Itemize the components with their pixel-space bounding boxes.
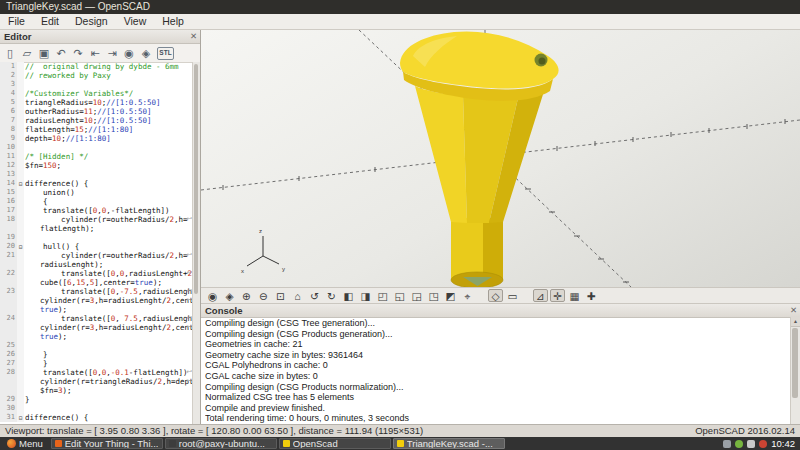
code-line[interactable]: 3 xyxy=(0,80,200,89)
code-line[interactable]: 7radiusLenght=10;//[1:0.5:50] xyxy=(0,116,200,125)
show-scale-button[interactable]: ⊿ xyxy=(533,289,548,302)
3d-viewport[interactable]: z x y xyxy=(201,30,800,287)
view-right-button[interactable]: ◨ xyxy=(358,289,373,303)
view-top-button[interactable]: ◰ xyxy=(375,289,390,303)
redo-button[interactable]: ↷ xyxy=(70,46,86,61)
taskbar-menu-button[interactable]: Menu xyxy=(0,437,50,450)
rotate-left-button[interactable]: ↺ xyxy=(307,289,322,303)
code-line[interactable]: 14⊟difference() { xyxy=(0,179,200,188)
new-file-button[interactable]: ▯ xyxy=(2,46,18,61)
code-line[interactable]: radiusLenght); xyxy=(0,260,200,269)
code-line[interactable]: 6outherRadius=11;//[1:0.5:50] xyxy=(0,107,200,116)
code-line[interactable]: 1// original drwing by dybde - 6mm xyxy=(0,62,200,71)
code-line[interactable]: 9depth=10;//[1:1:80] xyxy=(0,134,200,143)
code-line[interactable]: 31⊟difference() { xyxy=(0,413,200,422)
console-close-icon[interactable]: ✕ xyxy=(790,304,797,317)
code-line[interactable]: 24 translate([0, 7.5,radiusLenght+2.5])↩ xyxy=(0,314,200,323)
view-diagonal-button[interactable]: ◩ xyxy=(443,289,458,303)
unindent-button[interactable]: ⇤ xyxy=(87,46,103,61)
tray-alert-icon[interactable] xyxy=(759,440,767,448)
code-line[interactable]: $fn=3); xyxy=(0,386,200,395)
code-line[interactable]: 29} xyxy=(0,395,200,404)
taskbar-clock[interactable]: 10:42 xyxy=(771,438,795,449)
code-line[interactable]: cylinder(r=3,h=radiusLenght/2,center=↩ xyxy=(0,323,200,332)
menu-design[interactable]: Design xyxy=(67,14,116,29)
code-line[interactable]: 18 cylinder(r=outherRadius/2,h=↩ xyxy=(0,215,200,224)
zoom-out-button[interactable]: ⊖ xyxy=(256,289,271,303)
menu-help[interactable]: Help xyxy=(154,14,192,29)
tray-updates-icon[interactable] xyxy=(735,440,743,448)
code-line[interactable]: 17 translate([0,0,-flatLength]) xyxy=(0,206,200,215)
fold-marker[interactable]: ⊟ xyxy=(17,242,24,251)
taskbar-window-button[interactable]: Edit Your Thing - Thi... xyxy=(51,438,163,449)
console-scrollbar-thumb[interactable] xyxy=(792,328,798,398)
zoom-all-button[interactable]: ⊡ xyxy=(273,289,288,303)
code-line[interactable]: 12$fn=150; xyxy=(0,161,200,170)
code-line[interactable]: 27 } xyxy=(0,359,200,368)
code-line[interactable]: cylinder(r=triangleRadius/2,h=depth,↩ xyxy=(0,377,200,386)
code-line[interactable]: 21 cylinder(r=outherRadius/2,h=↩ xyxy=(0,251,200,260)
title-bar[interactable]: TriangleKey.scad — OpenSCAD xyxy=(0,0,800,14)
preview-button[interactable]: ◉ xyxy=(121,46,137,61)
code-line[interactable]: 11/* [Hidden] */ xyxy=(0,152,200,161)
taskbar-window-button[interactable]: TriangleKey.scad -... xyxy=(393,438,505,449)
menu-edit[interactable]: Edit xyxy=(33,14,67,29)
code-line[interactable]: true); xyxy=(0,332,200,341)
fold-marker[interactable]: ⊟ xyxy=(17,413,24,422)
code-line[interactable]: 16 { xyxy=(0,197,200,206)
code-line[interactable]: 10 xyxy=(0,143,200,152)
tray-network-icon[interactable] xyxy=(723,440,731,448)
code-line[interactable]: 26 } xyxy=(0,350,200,359)
code-line[interactable]: cylinder(r=3,h=radiusLenght/2,center=↩ xyxy=(0,296,200,305)
taskbar-window-button[interactable]: OpenScad xyxy=(279,438,391,449)
code-line[interactable]: true); xyxy=(0,305,200,314)
editor-scrollbar[interactable] xyxy=(192,62,200,424)
menu-file[interactable]: File xyxy=(0,14,33,29)
code-line[interactable]: 20⊟ hull() { xyxy=(0,242,200,251)
code-line[interactable]: 30 xyxy=(0,404,200,413)
code-line[interactable]: 8flatLength=15;//[1:1:80] xyxy=(0,125,200,134)
code-line[interactable]: flatLength); xyxy=(0,224,200,233)
preview-button[interactable]: ◉ xyxy=(205,289,220,303)
view-bottom-button[interactable]: ◱ xyxy=(392,289,407,303)
show-edges-button[interactable]: ▦ xyxy=(567,289,582,303)
export-stl-button[interactable]: STL xyxy=(157,47,174,60)
code-line[interactable]: 2// reworked by Paxy xyxy=(0,71,200,80)
fold-marker[interactable]: ⊟ xyxy=(17,179,24,188)
editor-close-icon[interactable]: ✕ xyxy=(190,30,197,43)
orthogonal-button[interactable]: ▭ xyxy=(505,289,520,303)
zoom-in-button[interactable]: ⊕ xyxy=(239,289,254,303)
render-button[interactable]: ◈ xyxy=(138,46,154,61)
code-line[interactable]: 19 xyxy=(0,233,200,242)
indent-button[interactable]: ⇥ xyxy=(104,46,120,61)
console-scroll-up-icon[interactable]: ▲ xyxy=(791,317,800,327)
reset-view-button[interactable]: ⌂ xyxy=(290,289,305,303)
code-line[interactable]: 13 xyxy=(0,170,200,179)
code-line[interactable]: 25 xyxy=(0,341,200,350)
code-line[interactable]: cube([6,15,5],center=true); xyxy=(0,278,200,287)
open-button[interactable]: ▱ xyxy=(19,46,35,61)
show-axes-button[interactable]: ✛ xyxy=(550,289,565,302)
perspective-button[interactable]: ◇ xyxy=(488,289,503,302)
view-front-button[interactable]: ◲ xyxy=(409,289,424,303)
code-line[interactable]: 5triangleRadius=10;//[1:0.5:50] xyxy=(0,98,200,107)
tray-volume-icon[interactable] xyxy=(747,440,755,448)
code-line[interactable]: 22 translate([0,0,radiusLenght+2.5])↩ xyxy=(0,269,200,278)
view-center-button[interactable]: ⌖ xyxy=(460,289,475,303)
show-crosshairs-button[interactable]: ✚ xyxy=(584,289,599,303)
render-button[interactable]: ◈ xyxy=(222,289,237,303)
undo-button[interactable]: ↶ xyxy=(53,46,69,61)
code-line[interactable]: 4/*Customizer Variables*/ xyxy=(0,89,200,98)
editor-scrollbar-thumb[interactable] xyxy=(194,64,198,294)
console-scrollbar[interactable]: ▲ xyxy=(790,317,800,424)
rotate-right-button[interactable]: ↻ xyxy=(324,289,339,303)
view-left-button[interactable]: ◧ xyxy=(341,289,356,303)
taskbar-window-button[interactable]: root@paxy-ubuntu... xyxy=(165,438,277,449)
code-line[interactable]: 15 union() xyxy=(0,188,200,197)
code-line[interactable]: 28 translate([0,0,-0.1-flatLength])↩ xyxy=(0,368,200,377)
view-back-button[interactable]: ◳ xyxy=(426,289,441,303)
code-area[interactable]: 1// original drwing by dybde - 6mm2// re… xyxy=(0,62,200,424)
3d-viewport-canvas[interactable]: z x y xyxy=(201,30,800,287)
menu-view[interactable]: View xyxy=(116,14,155,29)
code-line[interactable]: 23 translate([0,-7.5,radiusLenght+2.5])↩ xyxy=(0,287,200,296)
